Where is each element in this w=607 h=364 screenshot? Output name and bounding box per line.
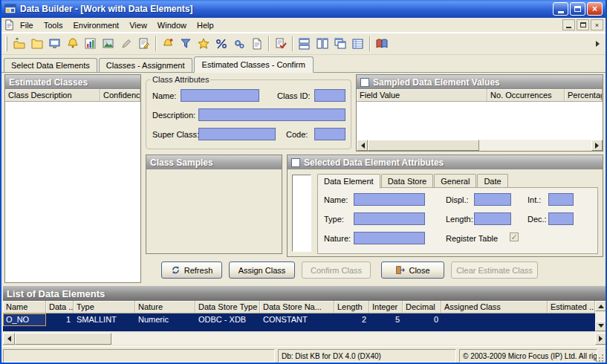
selected-attributes-checkbox[interactable]	[291, 158, 300, 167]
class-samples-body[interactable]	[146, 169, 282, 253]
column-data-elements[interactable]: Data ...	[46, 301, 74, 313]
displ-field[interactable]	[474, 193, 511, 206]
folder-icon[interactable]	[28, 35, 46, 53]
mdi-close-button[interactable]: ×	[591, 19, 603, 30]
tile-vertical-icon[interactable]	[314, 35, 331, 53]
menu-help[interactable]: Help	[192, 19, 219, 32]
attr-name-field[interactable]	[354, 193, 425, 206]
menu-environment[interactable]: Environment	[68, 19, 124, 32]
class-sample-list[interactable]	[292, 175, 311, 252]
class-name-field[interactable]	[181, 89, 259, 102]
mdi-child-icon[interactable]	[4, 19, 15, 30]
column-estimated-class[interactable]: Estimated ...	[548, 301, 595, 313]
monitor-icon[interactable]	[46, 35, 64, 53]
scroll-left-icon[interactable]	[357, 140, 368, 151]
filter-icon[interactable]	[177, 35, 195, 53]
validate-icon[interactable]	[272, 35, 290, 53]
table-row[interactable]: O_NO 1 SMALLINT Numeric ODBC - XDB CONST…	[3, 313, 595, 326]
cascade-icon[interactable]	[331, 35, 349, 53]
int-field[interactable]	[548, 193, 574, 206]
bell-icon[interactable]	[64, 35, 82, 53]
scroll-right-icon[interactable]	[595, 333, 607, 345]
sampled-values-checkbox[interactable]	[360, 78, 369, 87]
column-nature[interactable]: Nature	[135, 301, 195, 313]
menu-view[interactable]: View	[124, 19, 152, 32]
tab-date[interactable]: Date	[477, 174, 507, 188]
class-id-field[interactable]	[314, 89, 345, 102]
tab-general[interactable]: General	[434, 174, 476, 188]
cell-data-elements[interactable]: 1	[46, 313, 74, 326]
column-length[interactable]: Length	[334, 301, 369, 313]
gears-icon[interactable]	[230, 35, 248, 53]
cell-data-store-name[interactable]: CONSTANT	[260, 313, 334, 326]
maximize-button[interactable]	[570, 2, 585, 16]
dec-field[interactable]	[548, 212, 574, 225]
resize-grip[interactable]	[594, 353, 605, 363]
help-book-icon[interactable]	[373, 35, 391, 53]
description-field[interactable]	[198, 108, 345, 121]
cell-length[interactable]: 2	[334, 313, 369, 326]
assign-class-button[interactable]: Assign Class	[229, 261, 295, 279]
column-field-value[interactable]: Field Value	[357, 89, 487, 101]
super-class-field[interactable]	[198, 128, 276, 140]
document-icon[interactable]	[248, 35, 266, 53]
column-type[interactable]: Type	[74, 301, 135, 313]
close-button[interactable]: ×	[587, 2, 603, 16]
tab-data-store[interactable]: Data Store	[381, 174, 434, 188]
clear-estimate-class-button[interactable]: Clear Estimate Class	[451, 261, 538, 279]
details-icon[interactable]	[349, 35, 367, 53]
scrollbar-thumb[interactable]	[368, 140, 479, 151]
mdi-minimize-button[interactable]	[562, 19, 575, 30]
tab-data-element[interactable]: Data Element	[317, 174, 380, 189]
column-assigned-class[interactable]: Assigned Class	[441, 301, 548, 313]
sampled-values-body[interactable]	[357, 102, 603, 140]
menu-tools[interactable]: Tools	[39, 19, 68, 32]
tile-horizontal-icon[interactable]	[296, 35, 314, 53]
favorites-icon[interactable]	[195, 35, 212, 53]
column-percentage[interactable]: Percentage	[565, 89, 603, 101]
tab-select-data-elements[interactable]: Select Data Elements	[4, 58, 97, 72]
cell-assigned-class[interactable]	[441, 313, 548, 326]
scroll-right-icon[interactable]	[591, 140, 603, 151]
toolbar-grip[interactable]	[5, 36, 7, 51]
cell-estimated-class[interactable]	[548, 313, 595, 326]
image-icon[interactable]	[100, 35, 117, 53]
chart-icon[interactable]	[82, 35, 100, 53]
cell-name[interactable]: O_NO	[3, 313, 46, 326]
cell-nature[interactable]: Numeric	[135, 313, 195, 326]
nature-field[interactable]	[354, 232, 425, 244]
tab-estimated-classes-confirm[interactable]: Estimated Classes - Confirm	[194, 56, 314, 73]
register-table-checkbox[interactable]: ✓	[510, 233, 519, 241]
column-class-description[interactable]: Class Description	[5, 89, 100, 101]
minimize-button[interactable]	[553, 2, 568, 16]
column-no-occurrences[interactable]: No. Occurrences	[487, 89, 565, 101]
cell-type[interactable]: SMALLINT	[74, 313, 135, 326]
scroll-down-icon[interactable]	[595, 321, 607, 331]
percent-icon[interactable]	[212, 35, 230, 53]
refresh-button[interactable]: Refresh	[161, 261, 222, 279]
column-data-store-name[interactable]: Data Store Na...	[260, 301, 334, 313]
scrollbar-track[interactable]	[479, 140, 591, 151]
column-decimal[interactable]: Decimal	[403, 301, 441, 313]
table-row-partial[interactable]	[3, 326, 595, 331]
estimated-classes-body[interactable]	[5, 102, 140, 282]
close-dialog-button[interactable]: Close	[381, 261, 444, 279]
scroll-left-icon[interactable]	[3, 333, 15, 345]
cell-integer[interactable]: 5	[369, 313, 403, 326]
cell-decimal[interactable]: 0	[403, 313, 441, 326]
attr-type-field[interactable]	[354, 212, 425, 225]
notepad-icon[interactable]	[135, 35, 153, 53]
menu-window[interactable]: Window	[152, 19, 192, 32]
open-icon[interactable]	[10, 35, 28, 53]
scrollbar-track[interactable]	[111, 333, 595, 345]
cell-data-store-type[interactable]: ODBC - XDB	[195, 313, 260, 326]
scroll-up-icon[interactable]	[595, 301, 607, 311]
column-name[interactable]: Name	[3, 301, 46, 313]
length-field[interactable]	[474, 212, 511, 225]
column-integer[interactable]: Integer	[369, 301, 403, 313]
code-field[interactable]	[314, 128, 345, 140]
alarm-icon[interactable]	[159, 35, 177, 53]
column-confidence[interactable]: Confidence	[100, 89, 140, 101]
column-data-store-type[interactable]: Data Store Type	[195, 301, 260, 313]
scrollbar-thumb[interactable]	[15, 333, 111, 345]
